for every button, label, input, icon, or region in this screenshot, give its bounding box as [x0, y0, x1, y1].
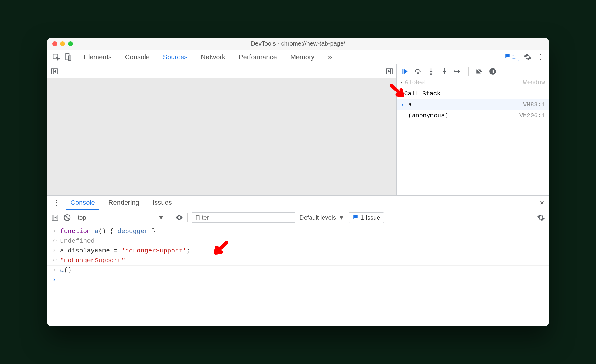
console-row[interactable]: ›: [47, 275, 549, 284]
main-tabstrip: ElementsConsoleSourcesNetworkPerformance…: [47, 50, 549, 64]
console-settings-gear-icon[interactable]: [537, 214, 545, 221]
output-chevron-icon: ‹·: [52, 257, 57, 263]
drawer-tab-rendering[interactable]: Rendering: [102, 196, 146, 210]
frame-location: VM206:1: [519, 112, 545, 119]
tab-console[interactable]: Console: [118, 50, 156, 64]
scope-value: Window: [523, 79, 545, 86]
svg-point-6: [417, 73, 419, 74]
console-toolbar: top ▼ Default levels ▼ 1 Issue: [47, 210, 549, 225]
tab-performance[interactable]: Performance: [232, 50, 284, 64]
inspect-element-icon[interactable]: [52, 53, 60, 61]
output-chevron-icon: ‹·: [52, 238, 57, 244]
settings-gear-icon[interactable]: [524, 53, 532, 61]
debugger-controls: [397, 64, 549, 78]
issues-pill-label: 1 Issue: [361, 214, 380, 221]
drawer-tabstrip: ⋮ ConsoleRenderingIssues ×: [47, 196, 549, 210]
scope-header[interactable]: ▸ Global Window: [397, 78, 549, 88]
console-row: ›a.displayName = 'noLongerSupport';: [47, 246, 549, 256]
window-title: DevTools - chrome://new-tab-page/: [47, 40, 549, 47]
filter-input[interactable]: [192, 212, 295, 223]
svg-rect-5: [402, 69, 402, 74]
drawer-tab-console[interactable]: Console: [64, 196, 102, 210]
tab-memory[interactable]: Memory: [284, 50, 321, 64]
step-out-icon[interactable]: [440, 67, 448, 75]
deactivate-breakpoints-icon[interactable]: [475, 67, 483, 75]
separator: [187, 213, 188, 222]
console-text: "noLongerSupport": [60, 257, 125, 264]
sources-toolbar: [47, 64, 396, 78]
device-toolbar-icon[interactable]: [64, 53, 72, 61]
console-text: function a() { debugger }: [60, 228, 156, 235]
close-drawer-icon[interactable]: ×: [540, 198, 544, 207]
drawer: ⋮ ConsoleRenderingIssues × top ▼: [47, 195, 549, 327]
frame-location: VM83:1: [523, 101, 545, 108]
prompt-chevron-icon: ›: [52, 276, 57, 283]
chevron-down-icon: ▼: [158, 214, 164, 221]
current-frame-arrow-icon: ➔: [400, 101, 406, 108]
frame-name: a: [408, 101, 412, 108]
navigator-toggle-icon[interactable]: [50, 67, 58, 75]
source-editor-area[interactable]: [47, 78, 396, 195]
live-expression-eye-icon[interactable]: [175, 214, 183, 221]
console-row: ‹·"noLongerSupport": [47, 256, 549, 266]
input-chevron-icon: ›: [52, 228, 57, 234]
console-row: ‹·undefined: [47, 236, 549, 246]
log-levels-selector[interactable]: Default levels ▼: [300, 214, 344, 221]
input-chevron-icon: ›: [52, 267, 57, 273]
step-over-icon[interactable]: [414, 67, 422, 75]
tab-overflow[interactable]: »: [321, 50, 339, 64]
call-stack-label: Call Stack: [404, 90, 440, 97]
console-output[interactable]: ›function a() { debugger }‹·undefined›a.…: [47, 225, 549, 327]
svg-rect-12: [493, 70, 494, 73]
frame-name: (anonymous): [408, 112, 448, 119]
tab-network[interactable]: Network: [194, 50, 232, 64]
issues-pill[interactable]: 1 Issue: [349, 212, 384, 223]
issues-badge[interactable]: 1: [502, 53, 519, 61]
log-levels-label: Default levels: [300, 214, 336, 221]
clear-console-icon[interactable]: [63, 214, 71, 221]
inspect-tools: [47, 53, 77, 61]
step-into-icon[interactable]: [427, 67, 435, 75]
svg-rect-11: [492, 70, 492, 73]
tab-sources[interactable]: Sources: [156, 50, 194, 64]
call-stack-frame[interactable]: (anonymous)VM206:1: [397, 110, 549, 121]
annotation-arrow-code: [211, 241, 230, 259]
chevron-down-icon: ▼: [338, 214, 344, 221]
console-row: ›a(): [47, 266, 549, 275]
separator: [171, 213, 171, 222]
issues-badge-count: 1: [512, 53, 516, 60]
svg-point-10: [489, 68, 496, 75]
drawer-tab-issues[interactable]: Issues: [146, 196, 179, 210]
debugger-toggle-icon[interactable]: [385, 67, 393, 75]
tab-elements[interactable]: Elements: [77, 50, 118, 64]
drawer-more-icon[interactable]: ⋮: [49, 198, 64, 207]
console-text: a(): [60, 267, 72, 274]
svg-point-7: [430, 73, 432, 74]
separator: [468, 67, 469, 76]
console-text: undefined: [60, 238, 94, 245]
resume-script-icon[interactable]: [400, 67, 408, 75]
scope-label: Global: [405, 79, 426, 86]
context-selector[interactable]: top ▼: [75, 213, 166, 222]
more-menu-icon[interactable]: ⋮: [536, 53, 544, 61]
speech-bubble-icon: [353, 214, 358, 221]
context-label: top: [78, 214, 86, 221]
titlebar: DevTools - chrome://new-tab-page/: [47, 38, 549, 50]
show-console-sidebar-icon[interactable]: [51, 214, 59, 221]
input-chevron-icon: ›: [52, 247, 57, 253]
svg-point-9: [454, 70, 456, 72]
debugger-sidebar: ▸ Global Window ▼ Call Stack ➔aVM83:1(an…: [397, 64, 549, 195]
devtools-window: DevTools - chrome://new-tab-page/ Elemen…: [47, 38, 549, 326]
console-row: ›function a() { debugger }: [47, 227, 549, 236]
call-stack-frame[interactable]: ➔aVM83:1: [397, 99, 549, 110]
step-icon[interactable]: [454, 67, 462, 75]
console-text: a.displayName = 'noLongerSupport';: [60, 247, 190, 254]
speech-bubble-icon: [505, 53, 510, 60]
pause-on-exceptions-icon[interactable]: [489, 67, 497, 75]
svg-point-8: [444, 68, 445, 69]
annotation-arrow-callstack: [389, 83, 406, 100]
sources-pane: ▸ Global Window ▼ Call Stack ➔aVM83:1(an…: [47, 64, 549, 195]
call-stack-header[interactable]: ▼ Call Stack: [397, 88, 549, 99]
